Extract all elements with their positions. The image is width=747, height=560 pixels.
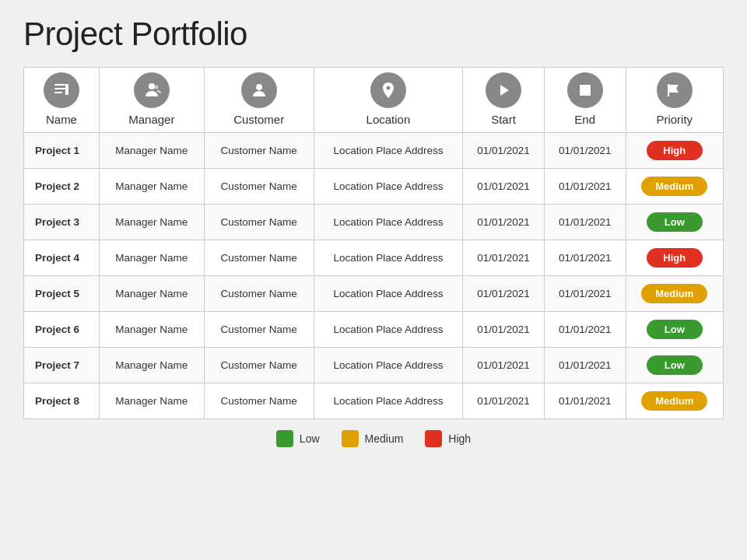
project-table: Name Manager Customer (23, 67, 724, 419)
cell-name: Project 2 (24, 169, 100, 205)
svg-marker-7 (500, 85, 509, 96)
cell-name: Project 5 (24, 276, 100, 312)
col-customer: Customer (204, 68, 314, 133)
legend-high-box (425, 430, 442, 447)
table-row: Project 7 Manager Name Customer Name Loc… (24, 348, 724, 383)
cell-start: 01/01/2021 (463, 169, 545, 205)
project-table-wrapper: Name Manager Customer (23, 67, 724, 419)
cell-priority: High (626, 240, 723, 276)
cell-customer: Customer Name (204, 169, 314, 205)
cell-priority: Low (626, 348, 723, 383)
cell-priority: Low (626, 312, 723, 348)
cell-priority: Medium (626, 276, 723, 312)
table-row: Project 8 Manager Name Customer Name Loc… (24, 383, 724, 419)
customer-icon (241, 72, 277, 108)
priority-badge: Medium (641, 177, 707, 196)
priority-badge: Low (647, 320, 703, 339)
cell-manager: Manager Name (99, 383, 204, 419)
cell-customer: Customer Name (204, 240, 314, 276)
legend-low-box (276, 430, 293, 447)
manager-icon (134, 72, 170, 108)
priority-badge: Medium (641, 284, 707, 303)
svg-rect-8 (580, 85, 591, 96)
cell-end: 01/01/2021 (544, 240, 626, 276)
cell-start: 01/01/2021 (463, 348, 545, 383)
cell-name: Project 6 (24, 312, 100, 348)
cell-start: 01/01/2021 (463, 240, 545, 276)
cell-end: 01/01/2021 (544, 133, 626, 169)
cell-manager: Manager Name (99, 348, 204, 383)
cell-location: Location Place Address (314, 348, 463, 383)
priority-badge: Low (647, 212, 703, 232)
cell-end: 01/01/2021 (544, 348, 626, 383)
cell-name: Project 1 (24, 133, 100, 169)
svg-rect-1 (54, 88, 65, 89)
cell-manager: Manager Name (99, 205, 204, 240)
svg-point-5 (154, 86, 158, 89)
cell-start: 01/01/2021 (463, 383, 545, 419)
priority-badge: High (647, 141, 703, 160)
legend-medium: Medium (342, 430, 404, 447)
cell-name: Project 8 (24, 383, 100, 419)
cell-priority: Medium (626, 169, 723, 205)
cell-start: 01/01/2021 (463, 205, 545, 240)
cell-customer: Customer Name (204, 276, 314, 312)
cell-location: Location Place Address (314, 169, 463, 205)
col-start: Start (463, 68, 545, 133)
legend-high-label: High (448, 432, 471, 445)
legend-medium-label: Medium (365, 432, 404, 445)
col-priority: Priority (626, 68, 723, 133)
cell-end: 01/01/2021 (544, 169, 626, 205)
legend-high: High (425, 430, 471, 447)
end-icon (567, 72, 603, 108)
cell-start: 01/01/2021 (463, 312, 545, 348)
cell-manager: Manager Name (99, 276, 204, 312)
table-row: Project 5 Manager Name Customer Name Loc… (24, 276, 724, 312)
cell-location: Location Place Address (314, 276, 463, 312)
cell-priority: Low (626, 205, 723, 240)
legend-medium-box (342, 430, 359, 447)
table-row: Project 6 Manager Name Customer Name Loc… (24, 312, 724, 348)
svg-point-6 (256, 84, 262, 90)
cell-manager: Manager Name (99, 133, 204, 169)
cell-end: 01/01/2021 (544, 205, 626, 240)
table-row: Project 4 Manager Name Customer Name Loc… (24, 240, 724, 276)
table-row: Project 3 Manager Name Customer Name Loc… (24, 205, 724, 240)
table-row: Project 2 Manager Name Customer Name Loc… (24, 169, 724, 205)
cell-name: Project 4 (24, 240, 100, 276)
table-header-row: Name Manager Customer (24, 68, 724, 133)
col-manager: Manager (99, 68, 204, 133)
legend-low: Low (276, 430, 320, 447)
name-icon (44, 72, 79, 108)
table-row: Project 1 Manager Name Customer Name Loc… (24, 133, 724, 169)
svg-rect-2 (54, 92, 62, 93)
cell-name: Project 3 (24, 205, 100, 240)
cell-manager: Manager Name (99, 169, 204, 205)
cell-priority: Medium (626, 383, 723, 419)
legend-low-label: Low (300, 432, 320, 445)
svg-rect-9 (668, 84, 669, 96)
cell-start: 01/01/2021 (463, 133, 545, 169)
cell-end: 01/01/2021 (544, 276, 626, 312)
cell-location: Location Place Address (314, 205, 463, 240)
svg-rect-0 (54, 84, 65, 86)
page-title: Project Portfolio (23, 16, 724, 53)
svg-rect-3 (65, 84, 68, 95)
legend: Low Medium High (23, 430, 724, 447)
location-icon (370, 72, 406, 108)
svg-point-4 (149, 83, 155, 89)
cell-location: Location Place Address (314, 133, 463, 169)
cell-manager: Manager Name (99, 240, 204, 276)
cell-priority: High (626, 133, 723, 169)
cell-end: 01/01/2021 (544, 312, 626, 348)
cell-customer: Customer Name (204, 133, 314, 169)
cell-end: 01/01/2021 (544, 383, 626, 419)
cell-location: Location Place Address (314, 383, 463, 419)
cell-name: Project 7 (24, 348, 100, 383)
cell-manager: Manager Name (99, 312, 204, 348)
cell-start: 01/01/2021 (463, 276, 545, 312)
cell-customer: Customer Name (204, 205, 314, 240)
cell-customer: Customer Name (204, 348, 314, 383)
priority-badge: Low (647, 355, 703, 375)
cell-customer: Customer Name (204, 383, 314, 419)
